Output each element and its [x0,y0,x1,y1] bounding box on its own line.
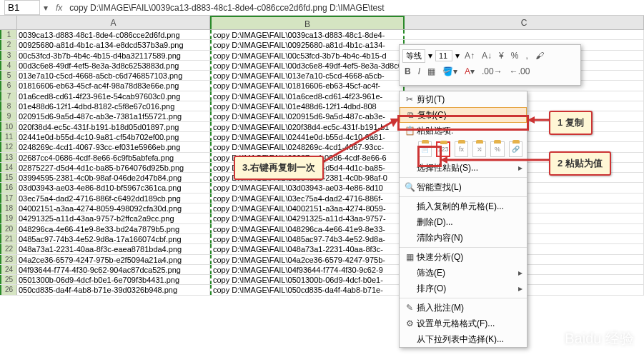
cell[interactable]: copy D:\IMAGE\FAIL\0501300b-06d9-4dcf-b0… [210,275,405,284]
cell[interactable]: 04a2ce36-6579-4247-975b-e2f5094a21a4.png [17,255,210,264]
font-color-icon[interactable]: A▾ [462,66,477,76]
accounting-format-icon[interactable]: ¥ [497,51,506,61]
cell[interactable]: 048a73a1-2231-40aa-8f3c-eaea8781bda4.png [17,244,210,253]
cell[interactable]: 050cd835-da4f-4ab8-b71e-39d0326b948.png [17,285,210,294]
ctx-insert-copied[interactable]: 插入复制的单元格(E)... [400,198,527,214]
cell[interactable]: 00d3c6e8-49df-4ef5-8e3a-3d8c6253883d.png [17,61,210,70]
format-painter-icon[interactable]: 🖌 [533,51,546,61]
row-header[interactable]: 6 [0,81,17,90]
ctx-clear[interactable]: 清除内容(N) [400,230,527,246]
increase-font-icon[interactable]: A↑ [462,51,477,61]
cell[interactable]: 048296ca-4e66-41e9-8e33-bd24a7879b5.png [17,224,210,233]
row-header[interactable]: 22 [0,244,17,253]
cell[interactable]: copy D:\IMAGE\FAIL\050cd835-da4f-4ab8-b7… [210,285,405,294]
cell[interactable]: copy D:\IMAGE\FAIL\01a6ced8-cd61-4f23-96… [210,91,405,101]
cell[interactable]: copy D:\IMAGE\FAIL\04a2ce36-6579-4247-97… [210,255,405,264]
cell[interactable]: copy D:\IMAGE\FAIL\04291325-a11d-43aa-97… [210,213,405,223]
cell[interactable]: copy D:\IMAGE\FAIL\04f93644-f774-4f30-9c… [210,265,405,274]
name-box-dropdown[interactable]: ▾ [40,3,51,13]
ctx-cut[interactable]: ✂剪切(T) [400,91,527,107]
ctx-sort[interactable]: 排序(O)▸ [400,281,527,296]
cell[interactable]: copy D:\IMAGE\FAIL\01816606-eb63-45cf-ac… [210,81,405,90]
italic-icon[interactable]: I [416,66,422,76]
border-icon[interactable]: ▦ [425,66,437,76]
cell[interactable]: 03d03943-ae03-4e86-8d10-bf5967c361ca.png [17,183,210,192]
ctx-format-cells[interactable]: ⚙设置单元格格式(F)... [400,316,527,331]
cell[interactable]: 02441e0d-b55d-4c10-9a81-cf54b702ef00.png [17,132,210,141]
select-all-corner[interactable] [0,16,17,29]
percent-format-icon[interactable]: % [509,51,521,61]
row-header[interactable]: 3 [0,51,17,60]
cell[interactable]: 013e7a10-c5cd-4668-a5cb-c6d746857103.png [17,71,210,80]
cell[interactable]: copy D:\IMAGE\FAIL\01e488d6-12f1-4dbd-80… [210,101,405,111]
row-header[interactable]: 14 [0,163,17,172]
cell[interactable]: copy D:\IMAGE\FAIL\0039ca13-d883-48c1-8d… [210,30,405,39]
cell[interactable]: 01816606-eb63-45cf-ac4f-98a78d83e66e.png [17,81,210,90]
row-header[interactable]: 8 [0,101,17,111]
row-header[interactable]: 7 [0,91,17,101]
cell[interactable]: 0039ca13-d883-48c1-8de4-c086cce2d6fd.png [17,30,210,39]
formula-input[interactable]: copy D:\IMAGE\FAIL\0039ca13-d883-48c1-8d… [66,1,644,14]
cell[interactable]: 020915d6-9a5d-487c-ab3e-7381a1f55721.png [17,111,210,121]
cell[interactable]: copy D:\IMAGE\FAIL\03d03943-ae03-4e86-8d… [210,183,405,192]
bold-icon[interactable]: B [402,66,413,76]
row-header[interactable]: 2 [0,40,17,49]
ctx-copy[interactable]: ⧉复制(C) [400,107,527,123]
cell[interactable] [405,30,644,39]
cell[interactable]: 0485ac97-74b3-4e52-9d8a-17a166074cbf.png [17,234,210,243]
cell[interactable]: 01a6ced8-cd61-4f23-961e-54cab97603c0.png [17,91,210,101]
row-header[interactable]: 15 [0,173,17,182]
decrease-decimal-icon[interactable]: .00→ [480,66,505,76]
font-size-select[interactable]: 11 [435,50,452,61]
cell[interactable]: 0248269c-4cd1-4067-93cc-ef031e5966eb.png [17,142,210,151]
cell[interactable]: 01e488d6-12f1-4dbd-8182-c5f8e67c016.png [17,101,210,111]
row-header[interactable]: 25 [0,275,17,284]
ctx-filter[interactable]: 筛选(E)▸ [400,265,527,281]
row-header[interactable]: 18 [0,203,17,213]
cell[interactable]: copy D:\IMAGE\FAIL\00925680-a81d-4b1c-a1… [210,40,405,49]
row-header[interactable]: 4 [0,61,17,70]
cell[interactable]: 04291325-a11d-43aa-9757-b2ffca2a9cc.png [17,213,210,223]
cell[interactable]: copy D:\IMAGE\FAIL\04002151-a3aa-4274-80… [210,203,405,213]
decrease-font-icon[interactable]: A↓ [480,51,494,61]
cell[interactable]: 0501300b-06d9-4dcf-b0e1-6e709f3b4431.png [17,275,210,284]
row-header[interactable]: 1 [0,30,17,39]
cell[interactable]: 00c53fcd-3b7b-4b4c-4b15-d4ba32117589.png [17,51,210,60]
cell[interactable]: 02687cc4-0686-4cdf-8e66-6c9fb5abfefa.png [17,153,210,162]
cell[interactable]: 03ec75a4-dad2-4716-886f-c6492dd189cb.png [17,193,210,203]
ctx-dropdown-list[interactable]: 从下拉列表中选择(K)... [400,331,527,347]
cell[interactable]: 03994595-2381-4c0b-98af-046de2d47b84.png [17,173,210,182]
col-header-b[interactable]: B [210,16,405,29]
ctx-quick-analysis[interactable]: ▦快速分析(Q) [400,249,527,265]
cell[interactable]: copy D:\IMAGE\FAIL\013e7a10-c5cd-4668-a5… [210,71,405,80]
ctx-insert-comment[interactable]: ✎插入批注(M) [400,300,527,316]
row-header[interactable]: 5 [0,71,17,80]
row-header[interactable]: 17 [0,193,17,203]
cell[interactable]: copy D:\IMAGE\FAIL\048a73a1-2231-40aa-8f… [210,244,405,253]
row-header[interactable]: 13 [0,153,17,162]
cell[interactable]: 04f93644-f774-4f30-9c62-904ac87dca525.pn… [17,265,210,274]
row-header[interactable]: 11 [0,132,17,141]
ctx-delete[interactable]: 删除(D)... [400,214,527,230]
col-header-a[interactable]: A [17,16,210,29]
comma-format-icon[interactable]: , [523,51,530,61]
row-header[interactable]: 12 [0,142,17,151]
cell[interactable]: 04002151-a3aa-4274-8059-498092cfa30d.png [17,203,210,213]
row-header[interactable]: 10 [0,122,17,131]
fx-icon[interactable]: fx [51,3,66,13]
name-box[interactable] [4,0,40,15]
row-header[interactable]: 19 [0,213,17,223]
increase-decimal-icon[interactable]: ←.00 [507,66,532,76]
row-header[interactable]: 24 [0,265,17,274]
ctx-smart-lookup[interactable]: 🔍智能查找(L) [400,179,527,195]
fill-color-icon[interactable]: 🪣▾ [440,66,460,76]
cell[interactable]: 02875227-d5d4-4d1c-ba85-b764076d925b.png [17,163,210,172]
font-select[interactable]: 等线 [402,49,425,63]
paste-all-icon[interactable]: 📄 [418,141,432,157]
row-header[interactable]: 26 [0,285,17,294]
cell[interactable]: 020f38d4-ec5c-431f-b191-b18d05d01897.png [17,122,210,131]
cell[interactable]: copy D:\IMAGE\FAIL\00d3c6e8-49df-4ef5-8e… [210,61,405,70]
row-header[interactable]: 21 [0,234,17,243]
cell[interactable]: copy D:\IMAGE\FAIL\03ec75a4-dad2-4716-88… [210,193,405,203]
row-header[interactable]: 23 [0,255,17,264]
